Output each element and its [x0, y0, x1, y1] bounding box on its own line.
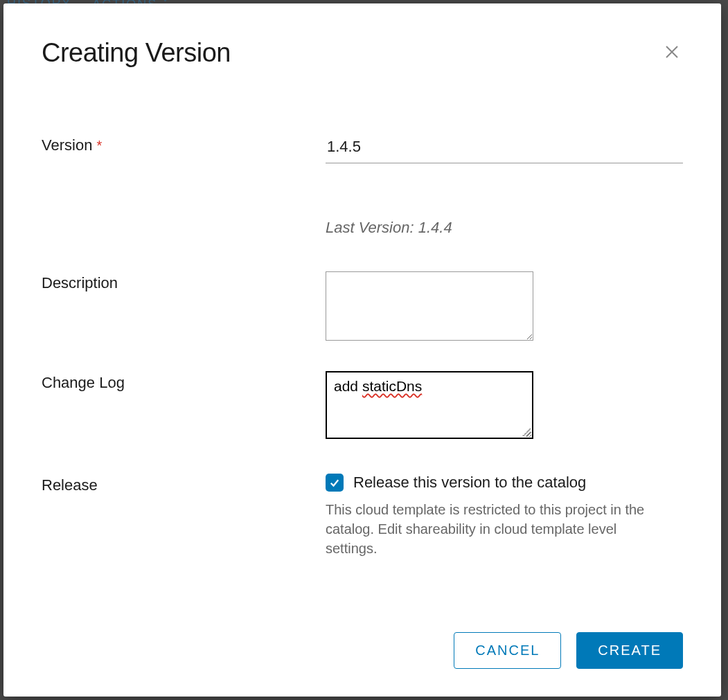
close-button[interactable] [661, 41, 683, 66]
changelog-textarea[interactable]: add staticDns [326, 371, 533, 439]
release-control-col: Release this version to the catalog This… [326, 474, 683, 558]
release-checkbox[interactable] [326, 474, 344, 492]
form-body: Version* Last Version: 1.4.4 Description… [42, 134, 683, 604]
modal-footer: CANCEL CREATE [42, 632, 683, 669]
description-textarea[interactable] [326, 271, 533, 341]
version-row: Version* Last Version: 1.4.4 [42, 134, 683, 244]
release-row: Release Release this version to the cata… [42, 474, 683, 558]
release-helper-text: This cloud template is restricted to thi… [326, 500, 672, 558]
version-control-col: Last Version: 1.4.4 [326, 134, 683, 244]
changelog-control-col: add staticDns [326, 371, 683, 439]
close-icon [664, 44, 680, 60]
description-control-col [326, 271, 683, 343]
description-row: Description [42, 271, 683, 343]
creating-version-modal: Creating Version Version* Last Version: … [3, 3, 721, 697]
create-button[interactable]: CREATE [576, 632, 683, 669]
last-version-label: Last Version: 1.4.4 [326, 219, 683, 237]
required-marker: * [96, 138, 102, 153]
release-checkbox-label: Release this version to the catalog [353, 474, 586, 492]
version-input[interactable] [326, 134, 683, 163]
changelog-row: Change Log add staticDns [42, 371, 683, 439]
version-label: Version* [42, 134, 326, 154]
release-label: Release [42, 474, 326, 494]
check-icon [328, 476, 341, 489]
description-label: Description [42, 271, 326, 292]
release-checkbox-row: Release this version to the catalog [326, 474, 683, 492]
cancel-button[interactable]: CANCEL [454, 632, 561, 669]
modal-header: Creating Version [42, 38, 683, 68]
changelog-label: Change Log [42, 371, 326, 392]
spellcheck-word: staticDns [362, 378, 422, 394]
modal-title: Creating Version [42, 38, 231, 68]
